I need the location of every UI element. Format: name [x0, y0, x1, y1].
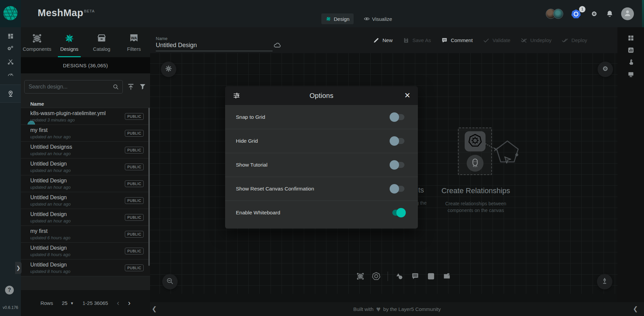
settings-icon[interactable] — [590, 10, 598, 18]
tab-icon: WA — [129, 33, 139, 44]
options-modal-title: Options — [225, 92, 418, 100]
design-list-item[interactable]: my first updated an hour ago PUBLIC — [21, 125, 150, 142]
action-label: Save As — [413, 37, 431, 43]
import-design-icon[interactable] — [127, 83, 135, 91]
drawer-tab[interactable]: WA Filters — [118, 27, 150, 57]
hidden-tutorial-heading-fragment: ts — [418, 186, 424, 195]
footer-collapse-right-chevron[interactable]: ❮ — [633, 305, 638, 313]
design-list-item[interactable]: Untitled Designss updated an hour ago PU… — [21, 142, 150, 159]
pen-nib-icon — [601, 277, 609, 286]
tab-icon — [96, 33, 107, 44]
toggle-knob — [396, 208, 406, 217]
dock-comment-icon[interactable] — [411, 272, 420, 281]
design-list-item[interactable]: Untitled Design updated an hour ago PUBL… — [21, 175, 150, 192]
design-list-item[interactable]: Untitled Design updated an hour ago PUBL… — [21, 192, 150, 209]
option-toggle-switch[interactable] — [390, 160, 406, 170]
visibility-badge: PUBLIC — [125, 147, 144, 153]
drawing-pen-button[interactable] — [597, 274, 612, 289]
canvas-settings-flower-button[interactable] — [161, 62, 176, 77]
design-list-item[interactable]: k8s-wasm-plugin-ratelimiter.yml updated … — [21, 108, 150, 125]
designs-count-header: DESIGNS (36,065) — [21, 57, 150, 73]
design-list-item[interactable]: my first updated 6 hours ago PUBLIC — [21, 226, 150, 243]
flower-gear-icon — [165, 65, 173, 74]
svg-text:T: T — [430, 274, 433, 279]
dock-text-icon[interactable]: T — [427, 272, 435, 281]
panel-dashboard-icon[interactable] — [617, 44, 644, 56]
design-list-item[interactable]: Untitled Design updated 8 hours ago PUBL… — [21, 243, 150, 259]
option-toggle-switch[interactable] — [390, 112, 406, 122]
design-list-item[interactable]: Untitled Design updated an hour ago PUBL… — [21, 159, 150, 175]
drawer-tab[interactable]: Components — [21, 27, 53, 57]
dock-shapes-icon[interactable] — [395, 272, 404, 281]
option-toggle-switch[interactable] — [390, 208, 406, 217]
collaborator-avatar[interactable] — [553, 9, 563, 19]
option-toggle-switch[interactable] — [390, 184, 406, 194]
dock-kubernetes-icon[interactable] — [372, 272, 381, 281]
meshery-logo[interactable] — [0, 0, 21, 27]
sidebar-item-dashboard[interactable] — [0, 30, 21, 42]
option-label: Show Reset Canvas Confirmation — [236, 186, 314, 192]
option-row: Snap to Grid — [225, 105, 418, 129]
dock-components-icon[interactable] — [356, 272, 365, 281]
zoom-out-button[interactable] — [162, 274, 178, 289]
dock-divider — [388, 272, 388, 281]
design-list-item[interactable]: Untitled Design updated 8 hours ago PUBL… — [21, 259, 150, 276]
canvas-action-button[interactable]: New — [373, 37, 393, 44]
drawer-tab[interactable]: Catalog — [85, 27, 118, 57]
kubernetes-context-button[interactable]: 1 — [571, 8, 583, 20]
action-icon — [403, 37, 409, 44]
close-icon[interactable]: ✕ — [404, 91, 410, 100]
search-icon — [112, 83, 119, 90]
design-search[interactable] — [24, 80, 123, 94]
drawer-tab[interactable]: Designs — [53, 27, 85, 57]
header-actions: 1 — [546, 0, 634, 27]
mode-icon — [364, 16, 370, 22]
profile-avatar[interactable] — [621, 7, 634, 20]
column-header-name: Name — [30, 101, 44, 107]
option-toggle-switch[interactable] — [390, 136, 406, 146]
filter-icon[interactable] — [139, 83, 147, 91]
page-next-button[interactable]: › — [128, 300, 131, 307]
canvas-action-button[interactable]: Validate — [483, 37, 510, 44]
design-name-label: Name — [156, 36, 168, 41]
sidebar-expand-chevron[interactable]: ❯ — [15, 262, 22, 274]
canvas-action-button[interactable]: Undeploy — [521, 37, 551, 44]
sidebar-item-configuration[interactable] — [0, 56, 21, 68]
collaborator-avatars[interactable] — [546, 9, 563, 19]
rows-per-page-select[interactable]: 25 ▼ — [62, 300, 74, 306]
dock-image-icon[interactable] — [442, 272, 451, 281]
canvas-config-gear-button[interactable] — [598, 62, 613, 77]
canvas-action-button[interactable]: Deploy — [562, 37, 587, 44]
canvas-action-button[interactable]: Save As — [403, 37, 431, 44]
visibility-badge: PUBLIC — [125, 130, 144, 137]
panel-interact-icon[interactable] — [617, 56, 644, 68]
kubernetes-icon — [468, 134, 482, 149]
list-scrollbar[interactable] — [148, 108, 150, 266]
sidebar-item-meshmap-active[interactable] — [0, 84, 21, 103]
design-list-item[interactable]: Untitled Design updated an hour ago PUBL… — [21, 209, 150, 226]
canvas-action-button[interactable]: Comment — [441, 37, 473, 44]
page-prev-button[interactable]: ‹ — [117, 300, 119, 307]
panel-grid-view-icon[interactable] — [617, 32, 644, 44]
list-pagination: Rows 25 ▼ 1-25 36065 ‹ › — [21, 290, 150, 316]
design-name-input[interactable] — [156, 42, 273, 51]
sidebar-item-performance[interactable] — [0, 68, 21, 80]
help-button[interactable]: ? — [5, 286, 14, 294]
tab-label: Filters — [127, 46, 141, 52]
panel-display-icon[interactable] — [617, 68, 644, 80]
action-icon — [441, 37, 448, 44]
tab-label: Components — [23, 46, 51, 52]
heart-icon: ♥ — [376, 306, 381, 313]
tutorial-title: Create Relationships — [432, 186, 520, 195]
gear-icon — [601, 65, 609, 74]
mode-button[interactable]: Design — [321, 13, 354, 24]
toggle-knob — [390, 184, 399, 194]
sidebar-item-lifecycle[interactable] — [0, 43, 21, 55]
notifications-icon[interactable] — [606, 10, 614, 18]
visibility-badge: PUBLIC — [125, 164, 144, 170]
footer-collapse-left-chevron[interactable]: ❮ — [152, 305, 157, 313]
search-input[interactable] — [28, 83, 112, 90]
mode-label: Visualize — [372, 16, 392, 22]
mode-button[interactable]: Visualize — [360, 13, 396, 24]
meshmap-app: MeshMapBETA Design Visualize 1 — [0, 0, 644, 316]
